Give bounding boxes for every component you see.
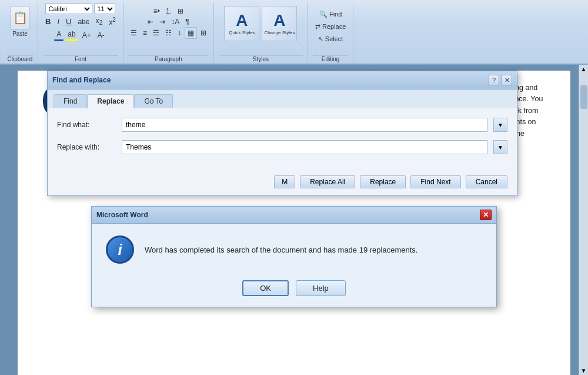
sort-button[interactable]: ↕A <box>169 16 182 27</box>
change-styles-letter: A <box>273 12 285 29</box>
align-left-button[interactable]: ☰ <box>128 28 139 38</box>
find-what-label: Find what: <box>57 121 116 129</box>
show-formatting-button[interactable]: ¶ <box>183 16 191 27</box>
para-align-row: ☰ ≡ ☲ ☷ ↕ ▦ ⊞ <box>128 27 209 39</box>
replace-with-row: Replace with: ▼ <box>57 140 507 154</box>
find-what-row: Find what: ▼ <box>57 118 507 132</box>
subscript-button[interactable]: x2 <box>93 15 105 27</box>
paste-label: Paste <box>12 31 28 37</box>
tab-replace[interactable]: Replace <box>87 94 134 108</box>
numbering-button[interactable]: 1. <box>163 6 174 16</box>
find-replace-title: Find and Replace <box>52 76 111 84</box>
alert-close-button[interactable]: ✕ <box>480 210 492 220</box>
replace-button[interactable]: Replace <box>360 175 406 188</box>
borders-button[interactable]: ⊞ <box>198 28 209 38</box>
quick-styles-label: Quick Styles <box>229 30 255 35</box>
replace-with-input[interactable] <box>122 140 487 154</box>
shading-button[interactable]: ▦ <box>185 27 197 39</box>
font-size-grow-button[interactable]: A+ <box>80 30 93 41</box>
ribbon-group-paragraph: ≡• 1. ⊞ ⇤ ⇥ ↕A ¶ ☰ ≡ ☲ ☷ ↕ ▦ ⊞ Paragraph <box>123 2 214 64</box>
font-size-select[interactable]: 11 <box>94 4 115 14</box>
superscript-button[interactable]: x2 <box>106 15 118 28</box>
font-name-row: Calibri 11 <box>45 4 115 14</box>
editing-label: Editing <box>313 55 348 64</box>
para-list-row: ≡• 1. ⊞ <box>151 6 186 16</box>
scrollbar-right[interactable]: ▲ ▼ <box>579 65 588 375</box>
italic-button[interactable]: I <box>55 16 62 27</box>
alert-title: Microsoft Word <box>96 211 148 219</box>
find-button[interactable]: 🔍 Find <box>317 9 344 19</box>
paste-button[interactable]: 📋 Paste <box>7 4 33 39</box>
find-replace-titlebar: Find and Replace ? ✕ <box>48 71 517 89</box>
more-button[interactable]: M <box>274 175 295 188</box>
ribbon-group-editing: 🔍 Find ⇄ Replace ↖ Select Editing <box>308 2 353 64</box>
styles-icons-container: A Quick Styles A Change Styles <box>224 6 297 41</box>
alert-message: Word has completed its search of the doc… <box>145 245 417 254</box>
font-style-row: B I U abc x2 x2 <box>43 15 118 28</box>
alert-titlebar: Microsoft Word ✕ <box>92 207 496 224</box>
dialog-help-button[interactable]: ? <box>489 75 499 85</box>
align-right-button[interactable]: ☲ <box>151 28 162 38</box>
justify-button[interactable]: ☷ <box>163 28 174 38</box>
tab-goto[interactable]: Go To <box>134 94 173 108</box>
find-next-button[interactable]: Find Next <box>410 175 460 188</box>
strikethrough-button[interactable]: abc <box>75 16 91 27</box>
underline-button[interactable]: U <box>64 16 74 27</box>
increase-indent-button[interactable]: ⇥ <box>157 16 168 27</box>
font-label: Font <box>43 55 118 64</box>
paste-icon: 📋 <box>11 6 29 29</box>
alert-buttons: OK Help <box>92 276 496 307</box>
ribbon-group-font: Calibri 11 B I U abc x2 x2 A ab A+ A- Fo… <box>38 2 123 64</box>
change-styles-icon[interactable]: A Change Styles <box>262 6 297 41</box>
tab-find[interactable]: Find <box>54 94 87 108</box>
paragraph-label: Paragraph <box>128 55 209 64</box>
alert-body: i Word has completed its search of the d… <box>92 224 496 276</box>
dialog-footer: M Replace All Replace Find Next Cancel <box>48 172 517 195</box>
dialog-controls: ? ✕ <box>489 75 512 85</box>
find-what-input[interactable] <box>122 118 487 132</box>
find-what-dropdown[interactable]: ▼ <box>493 118 507 132</box>
para-indent-row: ⇤ ⇥ ↕A ¶ <box>145 16 191 27</box>
replace-with-label: Replace with: <box>57 143 116 151</box>
alert-dialog: Microsoft Word ✕ i Word has completed it… <box>91 206 497 307</box>
select-button[interactable]: ↖ Select <box>316 34 346 44</box>
highlight-button[interactable]: ab <box>65 29 78 41</box>
line-spacing-button[interactable]: ↕ <box>175 28 183 38</box>
help-button[interactable]: Help <box>296 280 346 296</box>
quick-styles-icon[interactable]: A Quick Styles <box>224 6 259 41</box>
font-size-shrink-button[interactable]: A- <box>95 30 107 41</box>
scroll-down-arrow[interactable]: ▼ <box>580 366 588 375</box>
ok-button[interactable]: OK <box>242 280 289 296</box>
info-icon-letter: i <box>118 242 122 257</box>
bold-button[interactable]: B <box>43 16 53 27</box>
cancel-button[interactable]: Cancel <box>466 175 507 188</box>
find-replace-dialog: Find and Replace ? ✕ Find Replace Go To … <box>47 71 517 196</box>
editing-buttons: 🔍 Find ⇄ Replace ↖ Select <box>313 4 348 44</box>
dialog-tabs: Find Replace Go To <box>48 89 517 108</box>
ribbon: 📋 Paste Clipboard Calibri 11 B I U abc x… <box>0 0 588 65</box>
clipboard-buttons: 📋 Paste <box>7 4 33 39</box>
change-styles-label: Change Styles <box>264 30 295 35</box>
info-icon: i <box>106 235 134 264</box>
quick-styles-letter: A <box>236 12 248 29</box>
font-name-select[interactable]: Calibri <box>45 4 92 14</box>
scrollbar-thumb[interactable] <box>580 85 587 109</box>
replace-button[interactable]: ⇄ Replace <box>313 22 348 32</box>
font-color-button[interactable]: A <box>54 29 64 41</box>
replace-with-dropdown[interactable]: ▼ <box>493 140 507 154</box>
ribbon-group-clipboard: 📋 Paste Clipboard <box>2 2 38 64</box>
dialog-body: Find what: ▼ Replace with: ▼ <box>48 108 517 172</box>
align-center-button[interactable]: ≡ <box>141 28 149 38</box>
ribbon-group-styles: A Quick Styles A Change Styles Styles <box>214 2 308 64</box>
replace-all-button[interactable]: Replace All <box>300 175 355 188</box>
scroll-up-arrow[interactable]: ▲ <box>580 65 588 74</box>
font-color-row: A ab A+ A- <box>54 29 106 41</box>
styles-label: Styles <box>219 55 303 64</box>
multilevel-list-button[interactable]: ⊞ <box>175 6 186 16</box>
clipboard-label: Clipboard <box>7 55 33 64</box>
decrease-indent-button[interactable]: ⇤ <box>145 16 156 27</box>
bullets-button[interactable]: ≡• <box>151 6 162 16</box>
dialog-close-button[interactable]: ✕ <box>502 75 512 85</box>
